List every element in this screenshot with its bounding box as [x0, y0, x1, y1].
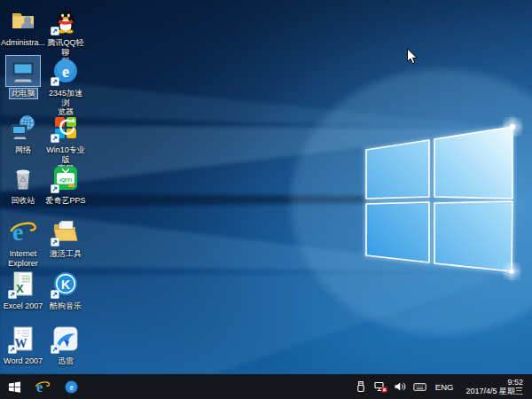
- recycle-bin-icon: [5, 162, 41, 194]
- shortcut-arrow-icon: [51, 77, 59, 86]
- icon-label: 激活工具: [47, 248, 84, 260]
- desktop-icon-recycle-bin[interactable]: 回收站: [0, 162, 46, 207]
- icon-label: 迅雷: [55, 356, 76, 367]
- excel-page-icon: X: [5, 268, 41, 300]
- blue-e-browser-icon: e: [48, 55, 83, 87]
- xunlei-bird-icon: [48, 323, 83, 355]
- taskbar-clock[interactable]: 9:52 2017/4/5 星期三: [462, 378, 527, 396]
- desktop-icon-this-pc[interactable]: 此电脑: [0, 55, 46, 99]
- language-indicator[interactable]: ENG: [433, 382, 457, 392]
- usb-device-icon[interactable]: [355, 374, 368, 399]
- windows10-desktop: Administra... 腾讯QQ轻聊版: [0, 0, 532, 399]
- desktop-icon-word-2007[interactable]: W Word 2007: [0, 323, 46, 367]
- shortcut-arrow-icon: [51, 290, 59, 299]
- shortcut-arrow-icon: [51, 184, 59, 193]
- desktop-icon-excel-2007[interactable]: X Excel 2007: [0, 268, 46, 312]
- icon-label: 爱奇艺PPS: [43, 195, 88, 207]
- shortcut-arrow-icon: [51, 27, 59, 35]
- clock-time: 9:52: [466, 378, 523, 387]
- desktop-icon-network[interactable]: 网络: [0, 112, 46, 156]
- desktop-icon-administrator[interactable]: Administra...: [0, 4, 46, 49]
- desktop-icon-activation-tools[interactable]: 激活工具: [43, 215, 89, 260]
- shortcut-arrow-icon: [51, 134, 59, 143]
- icon-label: Administra...: [0, 37, 48, 49]
- start-button[interactable]: [0, 374, 28, 399]
- icon-label: 回收站: [9, 195, 38, 207]
- svg-text:e: e: [36, 379, 43, 395]
- svg-text:e: e: [12, 218, 23, 246]
- desktop-icon-internet-explorer[interactable]: e InternetExplorer: [0, 215, 46, 269]
- network-disconnected-icon[interactable]: [374, 374, 387, 399]
- desktop-icon-iqiyi-pps[interactable]: iQIYI 爱奇艺PPS: [43, 162, 89, 207]
- icon-label: 网络: [12, 145, 34, 156]
- desktop-icon-xunlei[interactable]: 迅雷: [43, 323, 89, 367]
- open-folder-icon: [48, 215, 83, 247]
- windows-start-icon: [8, 380, 21, 394]
- shortcut-arrow-icon: [51, 345, 59, 354]
- taskbar: e e: [0, 374, 532, 399]
- svg-text:e: e: [69, 381, 73, 391]
- desktop-icon-2345-browser[interactable]: e 2345加速浏览器: [43, 55, 89, 118]
- icon-label: Excel 2007: [1, 301, 46, 312]
- blue-e-browser-icon: e: [64, 379, 79, 395]
- user-folder-icon: [5, 4, 41, 36]
- clock-date: 2017/4/5 星期三: [466, 387, 523, 396]
- icon-label: 酷狗音乐: [47, 301, 84, 312]
- touch-keyboard-icon[interactable]: [413, 374, 426, 399]
- shortcut-arrow-icon: [51, 238, 59, 246]
- taskbar-2345-browser-button[interactable]: e: [57, 374, 85, 399]
- shortcut-arrow-icon: [8, 345, 17, 354]
- mouse-cursor: [406, 48, 419, 66]
- shortcut-arrow-icon: [8, 290, 17, 299]
- svg-text:X: X: [16, 282, 24, 295]
- icon-label: InternetExplorer: [5, 248, 41, 269]
- ie-e-swoosh-icon: e: [5, 215, 41, 247]
- volume-icon[interactable]: [394, 374, 407, 399]
- qq-penguin-icon: [48, 4, 83, 36]
- system-tray: ENG 9:52 2017/4/5 星期三: [355, 374, 532, 399]
- svg-text:e: e: [62, 63, 69, 81]
- kugou-k-circle-icon: K: [48, 268, 83, 300]
- svg-text:K: K: [61, 278, 70, 292]
- taskbar-internet-explorer-button[interactable]: e: [28, 374, 57, 399]
- computer-monitor-icon: [5, 55, 41, 87]
- svg-text:iQIYI: iQIYI: [59, 176, 72, 183]
- iqiyi-tv-icon: iQIYI: [48, 162, 83, 194]
- ie-e-swoosh-icon: e: [35, 379, 51, 395]
- globe-monitor-icon: [5, 112, 41, 144]
- icon-label: 此电脑: [9, 88, 38, 99]
- desktop-icon-kugou-music[interactable]: K 酷狗音乐: [43, 268, 89, 312]
- windows-tiles-refresh-icon: [48, 112, 83, 144]
- word-page-icon: W: [5, 323, 41, 355]
- icon-label: Word 2007: [1, 356, 45, 367]
